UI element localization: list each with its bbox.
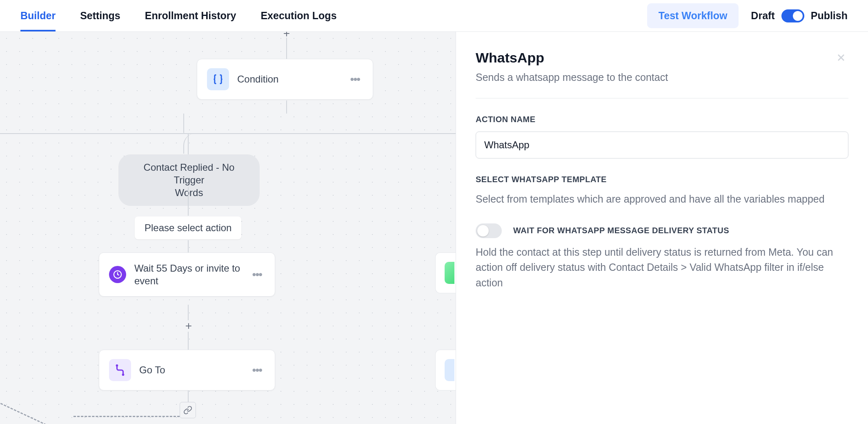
close-icon[interactable] [834, 50, 848, 68]
pill-text-line2: Words [133, 186, 245, 199]
wait-help-text: Hold the contact at this step until deli… [476, 245, 848, 291]
test-workflow-button[interactable]: Test Workflow [647, 3, 739, 28]
partial-icon [445, 359, 454, 381]
partial-node[interactable] [435, 252, 456, 293]
node-label: Condition [237, 74, 339, 85]
template-label: SELECT WHATSAPP TEMPLATE [476, 175, 848, 184]
more-icon[interactable]: ••• [249, 364, 265, 377]
connector [188, 187, 189, 216]
tab-enrollment-history[interactable]: Enrollment History [145, 0, 236, 31]
connector [188, 332, 189, 350]
tab-builder[interactable]: Builder [20, 0, 56, 31]
nav-right: Test Workflow Draft Publish [647, 3, 848, 28]
wait-toggle-label: WAIT FOR WHATSAPP MESSAGE DELIVERY STATU… [513, 226, 729, 235]
wait-toggle-group: WAIT FOR WHATSAPP MESSAGE DELIVERY STATU… [476, 223, 848, 291]
goto-node[interactable]: Go To ••• [99, 350, 275, 391]
pill-text-line1: Contact Replied - No Trigger [133, 161, 245, 186]
connector [188, 133, 189, 155]
connector-curve [183, 133, 379, 154]
connector [286, 38, 287, 59]
wait-status-toggle[interactable] [476, 223, 502, 238]
connector [286, 100, 287, 114]
top-navigation: Builder Settings Enrollment History Exec… [0, 0, 868, 32]
publish-toggle-group: Draft Publish [751, 9, 848, 22]
connector [188, 305, 189, 320]
add-step-button[interactable]: + [183, 320, 194, 332]
action-config-panel: WhatsApp Sends a whatsapp message to the… [456, 32, 868, 424]
template-help: Select from templates which are approved… [476, 192, 848, 207]
template-group: SELECT WHATSAPP TEMPLATE Select from tem… [476, 175, 848, 207]
action-name-input[interactable] [476, 132, 848, 158]
partial-icon [445, 262, 454, 284]
tab-execution-logs[interactable]: Execution Logs [260, 0, 336, 31]
svg-point-2 [122, 374, 124, 375]
node-label: Wait 55 Days or invite to event [134, 262, 241, 287]
condition-branch-pill[interactable]: Contact Replied - No Trigger Words [118, 154, 260, 206]
dashed-connector [0, 387, 82, 424]
braces-icon [207, 68, 229, 90]
select-action-prompt[interactable]: Please select action [135, 216, 241, 239]
condition-node[interactable]: Condition ••• [197, 59, 373, 100]
node-label: Go To [139, 364, 241, 376]
clock-icon [109, 266, 126, 283]
tab-settings[interactable]: Settings [80, 0, 120, 31]
panel-header: WhatsApp Sends a whatsapp message to the… [476, 50, 848, 98]
action-name-group: ACTION NAME [476, 115, 848, 158]
dashed-connector [73, 416, 180, 417]
partial-node[interactable] [435, 350, 456, 391]
panel-title: WhatsApp [476, 50, 668, 66]
more-icon[interactable]: ••• [249, 268, 265, 281]
publish-label: Publish [811, 10, 848, 22]
nav-tabs: Builder Settings Enrollment History Exec… [20, 0, 337, 31]
main-content: + Condition ••• Contact Replied - No T [0, 32, 868, 424]
action-name-label: ACTION NAME [476, 115, 848, 124]
link-icon[interactable] [180, 402, 196, 418]
path-icon [109, 359, 131, 381]
publish-toggle[interactable] [781, 9, 804, 22]
workflow-canvas[interactable]: + Condition ••• Contact Replied - No T [0, 32, 456, 424]
wait-node[interactable]: Wait 55 Days or invite to event ••• [99, 252, 275, 297]
svg-point-1 [116, 365, 118, 366]
more-icon[interactable]: ••• [347, 73, 363, 86]
panel-subtitle: Sends a whatsapp message to the contact [476, 71, 668, 83]
connector [188, 391, 189, 403]
connector [183, 114, 184, 133]
draft-label: Draft [751, 10, 775, 22]
